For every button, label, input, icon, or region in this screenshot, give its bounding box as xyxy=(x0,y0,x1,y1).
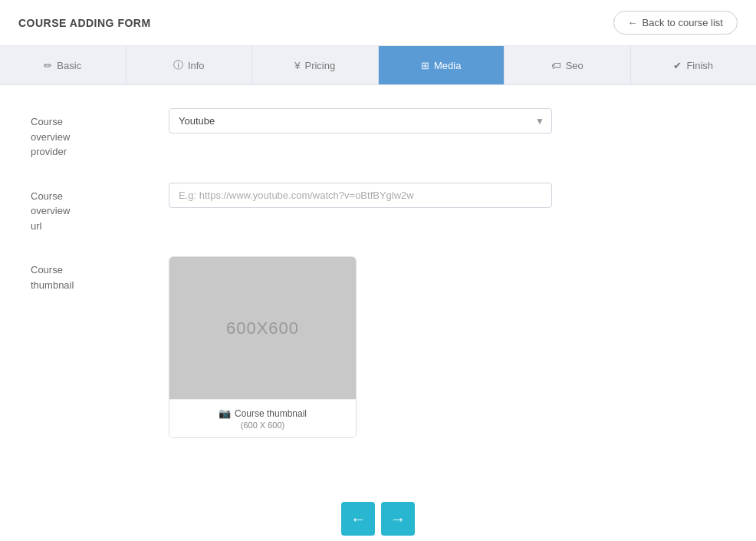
tab-seo[interactable]: 🏷 Seo xyxy=(505,46,631,84)
overview-provider-label: Courseoverviewprovider xyxy=(31,108,169,160)
thumbnail-label: Coursethumbnail xyxy=(31,256,169,292)
tab-seo-label: Seo xyxy=(566,60,583,71)
tab-basic-label: Basic xyxy=(57,60,81,71)
prev-button[interactable]: ← xyxy=(341,502,375,536)
thumbnail-card[interactable]: 600X600 📷 Course thumbnail (600 X 600) xyxy=(169,256,357,438)
camera-icon: 📷 xyxy=(219,407,231,419)
overview-url-input[interactable] xyxy=(169,183,552,208)
tab-media-label: Media xyxy=(434,60,461,71)
finish-tab-icon: ✔ xyxy=(673,60,682,71)
main-content: Courseoverviewprovider Youtube Vimeo HTM… xyxy=(0,85,756,487)
overview-provider-control: Youtube Vimeo HTML5 Video ▼ xyxy=(169,108,552,134)
page-header: COURSE ADDING FORM ← Back to course list xyxy=(0,0,756,46)
form-navigation-buttons: ← → xyxy=(0,487,756,541)
pricing-tab-icon: ¥ xyxy=(294,60,300,71)
overview-url-control xyxy=(169,183,552,208)
info-tab-icon: ⓘ xyxy=(173,58,183,72)
thumbnail-size-hint: (600 X 600) xyxy=(177,421,348,430)
seo-tab-icon: 🏷 xyxy=(551,60,561,71)
thumbnail-footer-label: 📷 Course thumbnail xyxy=(177,407,348,419)
overview-provider-select-wrapper: Youtube Vimeo HTML5 Video ▼ xyxy=(169,108,552,134)
overview-url-row: Courseoverviewurl xyxy=(31,183,725,234)
back-button-label: Back to course list xyxy=(643,17,724,28)
tab-pricing[interactable]: ¥ Pricing xyxy=(252,46,379,84)
media-tab-icon: ⊞ xyxy=(421,60,429,71)
back-arrow-icon: ← xyxy=(628,17,638,28)
tab-info-label: Info xyxy=(188,60,205,71)
tab-pricing-label: Pricing xyxy=(304,60,335,71)
tab-media[interactable]: ⊞ Media xyxy=(379,46,505,84)
basic-tab-icon: ✏ xyxy=(44,60,52,71)
overview-provider-row: Courseoverviewprovider Youtube Vimeo HTM… xyxy=(31,108,725,160)
prev-icon: ← xyxy=(350,510,366,528)
thumbnail-control: 600X600 📷 Course thumbnail (600 X 600) xyxy=(169,256,552,440)
tab-finish-label: Finish xyxy=(686,60,713,71)
overview-provider-select[interactable]: Youtube Vimeo HTML5 Video xyxy=(169,108,552,134)
thumbnail-size-text: 600X600 xyxy=(226,318,299,338)
tabs-navigation: ✏ Basic ⓘ Info ¥ Pricing ⊞ Media 🏷 Seo ✔… xyxy=(0,46,756,85)
next-icon: → xyxy=(390,510,406,528)
tab-finish[interactable]: ✔ Finish xyxy=(631,46,757,84)
thumbnail-placeholder-image: 600X600 xyxy=(169,257,356,399)
tab-basic[interactable]: ✏ Basic xyxy=(0,46,127,84)
back-to-course-list-button[interactable]: ← Back to course list xyxy=(613,11,738,35)
next-button[interactable]: → xyxy=(381,502,415,536)
tab-info[interactable]: ⓘ Info xyxy=(127,46,253,84)
overview-url-label: Courseoverviewurl xyxy=(31,183,169,234)
page-title: COURSE ADDING FORM xyxy=(18,17,151,29)
thumbnail-row: Coursethumbnail 600X600 📷 Course thumbna… xyxy=(31,256,725,440)
thumbnail-footer: 📷 Course thumbnail (600 X 600) xyxy=(169,399,356,437)
